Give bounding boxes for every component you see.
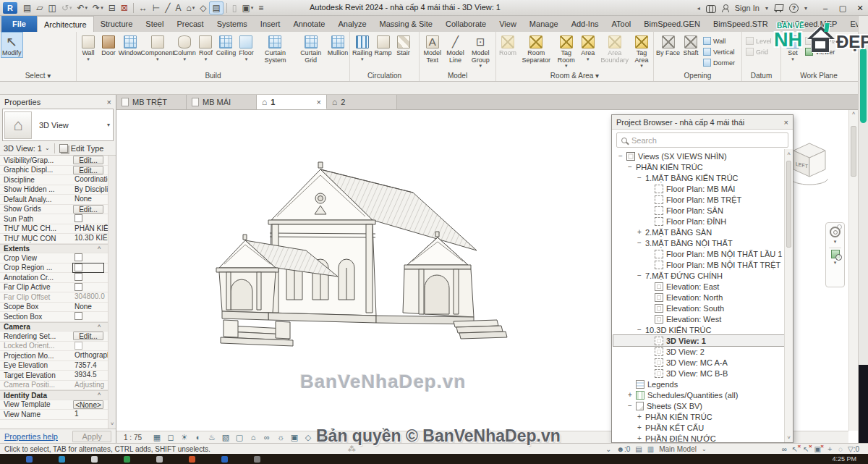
ribbon-button[interactable]: Railing▾ — [352, 33, 373, 62]
ribbon-button[interactable]: Area Boundary — [598, 33, 631, 64]
tree-item[interactable]: −PHẦN KIẾN TRÚC — [613, 161, 784, 172]
ribbon-button[interactable]: Room Separator — [518, 33, 555, 64]
ribbon-tab[interactable]: File — [1, 16, 37, 32]
tree-item[interactable]: Floor Plan: MB NỘI THẤT LẦU 1 — [613, 248, 784, 259]
viewbar-icon[interactable]: ∞ — [261, 433, 273, 442]
tree-item[interactable]: Elevation: South — [613, 303, 784, 313]
panel-label-model[interactable]: Model — [420, 72, 495, 81]
status-icon[interactable]: ↖ — [792, 445, 798, 453]
ribbon-button[interactable]: Door — [98, 33, 119, 57]
ribbon-button[interactable]: Shaft — [681, 33, 701, 57]
qat-button[interactable]: ╱ — [163, 1, 172, 14]
ribbon-small-button[interactable]: Viewer — [803, 46, 846, 57]
status-icon[interactable]: ▥ — [647, 445, 654, 453]
search-icon[interactable] — [706, 5, 716, 12]
ribbon-small-button[interactable]: Grid — [744, 46, 774, 57]
ribbon-button[interactable]: Curtain System — [256, 33, 294, 64]
tree-item[interactable]: 3D View: 1 — [613, 335, 784, 346]
ribbon-tab[interactable]: Structure — [94, 16, 140, 32]
tree-item[interactable]: Elevation: East — [613, 281, 784, 292]
browser-scrollbar[interactable]: ˄˅ — [784, 149, 793, 442]
ribbon-button[interactable]: Area▾ — [578, 33, 598, 62]
search-input[interactable] — [631, 136, 783, 145]
type-dropdown-icon[interactable]: ▾ — [107, 122, 113, 128]
revit-app-icon[interactable]: R — [3, 2, 17, 14]
tree-toggle[interactable]: − — [637, 239, 642, 247]
tree-item[interactable]: +PHẦN ĐIỆN NƯỚC — [613, 433, 784, 442]
qat-button[interactable]: ⌂▾ — [184, 1, 197, 14]
ribbon-tab[interactable]: Systems — [210, 16, 254, 32]
tree-toggle[interactable]: − — [627, 402, 633, 410]
ribbon-button[interactable]: Column▾ — [174, 33, 195, 62]
ribbon-tab[interactable]: Architecture — [37, 16, 94, 32]
close-view-icon[interactable]: × — [317, 98, 321, 106]
tree-item[interactable]: +2.MẶT BẰNG SÀN — [613, 227, 784, 237]
properties-help-link[interactable]: Properties help — [4, 432, 58, 441]
status-icon[interactable]: ▤ — [635, 445, 642, 453]
tree-toggle[interactable]: − — [627, 163, 633, 171]
tree-toggle[interactable]: − — [618, 152, 624, 160]
ribbon-tab[interactable]: ATool — [605, 16, 638, 32]
ribbon-button[interactable]: Stair — [393, 33, 414, 57]
canvas-vertical-scrollbar[interactable]: ˄ — [848, 110, 858, 431]
ribbon-button[interactable]: ╱Model Line — [444, 33, 467, 64]
tree-item[interactable]: +PHẦN KẾT CẤU — [613, 422, 784, 433]
ribbon-tab[interactable]: BimSpeed.MEP — [775, 16, 844, 32]
ribbon-small-button[interactable]: Level — [744, 35, 774, 46]
taskbar-app-icon[interactable] — [59, 456, 65, 463]
store-cart-icon[interactable] — [774, 4, 783, 12]
ribbon-button[interactable]: Ceiling — [216, 33, 236, 57]
close-button[interactable]: ✕ — [855, 4, 865, 13]
project-browser-close-icon[interactable]: × — [784, 118, 788, 127]
ribbon-button[interactable]: Room — [498, 33, 518, 57]
tree-item[interactable]: −3.MẶT BẰNG NỘI THẤT — [613, 237, 784, 248]
ribbon-button[interactable]: ↖Modify — [1, 33, 22, 57]
tree-toggle[interactable]: + — [637, 228, 642, 236]
tree-item[interactable]: +Schedules/Quantities (all) — [613, 389, 784, 400]
qat-button[interactable]: ◫ — [46, 1, 59, 14]
viewbar-icon[interactable]: ⌂ — [247, 433, 259, 442]
tree-item[interactable]: −Sheets (SX BV) — [613, 400, 784, 411]
viewbar-icon[interactable]: ◇ — [302, 433, 314, 442]
maximize-button[interactable]: ▢ — [838, 4, 848, 13]
ribbon-button[interactable]: Window — [119, 33, 141, 57]
taskbar-app-icon[interactable] — [124, 456, 130, 463]
user-icon[interactable] — [722, 4, 729, 12]
qat-button[interactable]: ◇ — [197, 1, 208, 14]
tree-toggle[interactable]: − — [637, 271, 642, 279]
status-icon[interactable]: ▽:0 — [848, 445, 859, 453]
properties-scrollbar[interactable]: ˅ — [108, 156, 116, 429]
qat-button[interactable]: ↶▾ — [75, 1, 90, 14]
tree-toggle[interactable]: + — [637, 434, 642, 442]
properties-close-icon[interactable]: × — [107, 98, 111, 106]
tree-toggle[interactable]: + — [637, 423, 642, 431]
main-model-dropdown-icon[interactable]: ⌄ — [702, 446, 707, 452]
tree-item[interactable]: Floor Plan: SÂN — [613, 205, 784, 216]
qat-button[interactable]: ↷▾ — [90, 1, 106, 14]
ribbon-button[interactable]: Tag Area▾ — [631, 33, 652, 69]
taskbar-app-icon[interactable] — [189, 456, 195, 463]
viewbar-icon[interactable]: ▦ — [151, 433, 163, 442]
page-scrollbar-thumb[interactable] — [860, 48, 867, 123]
view-tab[interactable]: 1× — [257, 95, 327, 109]
ribbon-tab[interactable]: Precast — [170, 16, 210, 32]
tree-item[interactable]: Legends — [613, 379, 784, 389]
navigation-bar[interactable]: ▾ ▾ — [825, 222, 845, 287]
qat-button[interactable]: ↺▾ — [59, 1, 75, 14]
qat-button[interactable]: ↔ — [137, 1, 150, 14]
tree-item[interactable]: Elevation: North — [613, 292, 784, 303]
zoom-icon[interactable] — [831, 250, 840, 258]
ribbon-tab[interactable]: Analyze — [331, 16, 373, 32]
ribbon-tab[interactable]: Annotate — [286, 16, 331, 32]
qat-button[interactable]: ⊢ — [150, 1, 162, 14]
view-tab[interactable]: 2 — [327, 95, 397, 109]
tree-toggle[interactable]: + — [637, 413, 642, 421]
help-icon[interactable]: ? — [789, 4, 799, 13]
page-scrollbar[interactable] — [858, 16, 868, 454]
ribbon-small-button[interactable]: Wall — [701, 35, 737, 46]
ribbon-tab[interactable]: BimSpeed.STR — [707, 16, 775, 32]
ribbon-button[interactable]: ⊡Model Group▾ — [467, 33, 494, 69]
status-icon[interactable]: ◌ — [838, 445, 843, 453]
scrollbar-thumb[interactable] — [851, 126, 856, 177]
ribbon-tab[interactable]: BimSpeed.GEN — [637, 16, 707, 32]
